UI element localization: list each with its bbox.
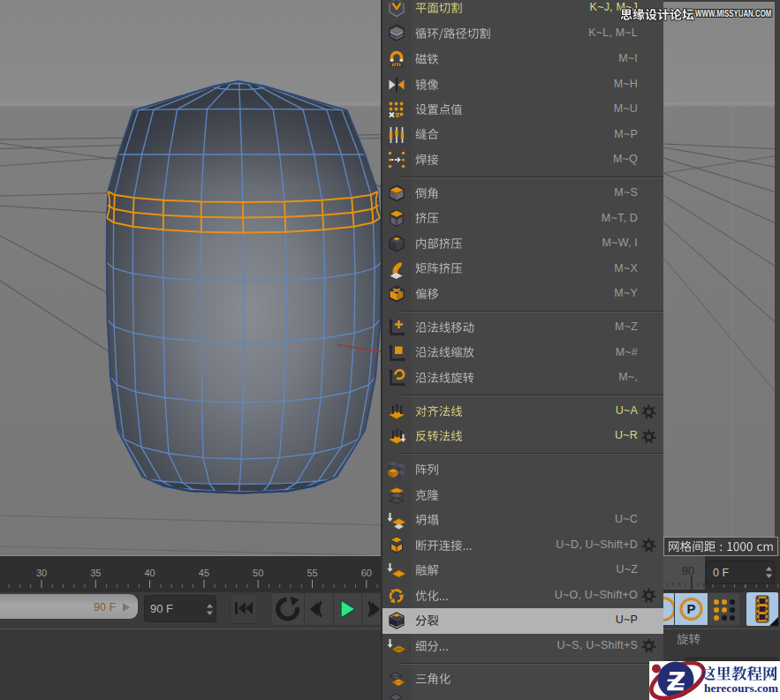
svg-text:60: 60 <box>361 568 372 578</box>
svg-text:40: 40 <box>144 568 155 578</box>
svg-text:30: 30 <box>36 568 47 578</box>
svg-text:35: 35 <box>90 568 101 578</box>
svg-text:50: 50 <box>253 568 263 578</box>
svg-text:P: P <box>686 601 695 616</box>
svg-text:55: 55 <box>307 568 317 578</box>
svg-text:45: 45 <box>199 568 209 578</box>
